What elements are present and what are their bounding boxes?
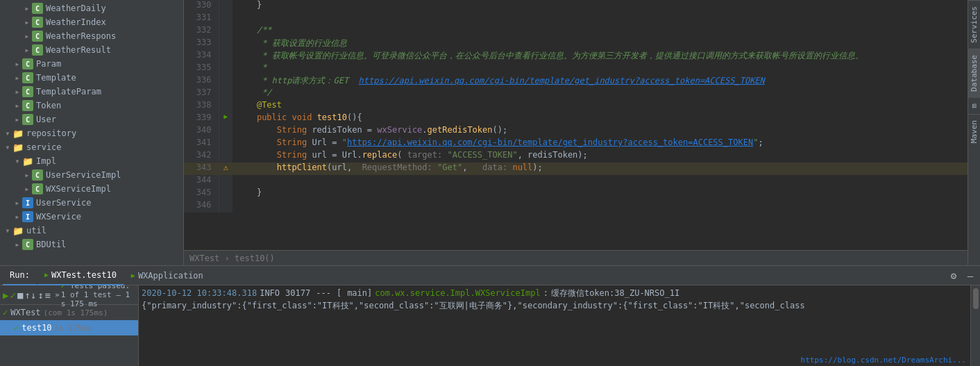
- interface-icon: I: [22, 197, 33, 208]
- line-gutter: [219, 125, 233, 138]
- code-line-339: 339 ▶ public void test10(){: [184, 113, 968, 125]
- tree-item-repository[interactable]: 📁 repository: [0, 126, 183, 140]
- line-gutter: [219, 63, 233, 75]
- bottom-link[interactable]: https://blog.csdn.net/DreamsArchi...: [801, 356, 966, 365]
- tab-wxapplication[interactable]: ▶ WXApplication: [124, 266, 211, 285]
- log-content[interactable]: 2020-10-12 10:33:48.318 INFO 30177 --- […: [139, 285, 970, 353]
- code-line-344: 344: [184, 175, 968, 188]
- file-tree-sidebar: C WeatherDaily C WeatherIndex C WeatherR…: [0, 0, 184, 265]
- tree-label: UserServiceImpl: [46, 170, 121, 180]
- test10-label: test10: [22, 323, 51, 333]
- expand-button[interactable]: »: [55, 290, 60, 299]
- tab-wxtest[interactable]: ▶ WXTest.test10: [37, 266, 124, 285]
- stop-button[interactable]: ■: [17, 288, 23, 302]
- tree-item-user-service[interactable]: I UserService: [0, 196, 183, 210]
- collapse-button[interactable]: ≡: [45, 288, 51, 302]
- class-icon: C: [22, 72, 33, 83]
- line-content: [233, 200, 968, 213]
- tree-item-bd-util[interactable]: C BDUtil: [0, 238, 183, 251]
- log-sep: ---: [316, 288, 331, 298]
- tree-arrow: [3, 226, 12, 235]
- right-tab-m[interactable]: m: [968, 97, 980, 114]
- tree-item-weather-result[interactable]: C WeatherResult: [0, 43, 183, 57]
- check-icon2: ✓: [14, 323, 19, 333]
- log-classname: com.wx.service.Impl.WXServiceImpl: [375, 288, 540, 298]
- tree-arrow: [22, 31, 32, 41]
- log-level: INFO: [260, 288, 280, 298]
- tree-item-template-param[interactable]: C TemplateParam: [0, 85, 183, 99]
- tree-item-wx-service[interactable]: I WXService: [0, 210, 183, 224]
- log-line-2: {"primary_industry":{"first_class":"IT科技…: [142, 299, 968, 312]
- line-number: 331: [184, 13, 219, 25]
- tree-item-user[interactable]: C User: [0, 113, 183, 126]
- log-message: 缓存微信token:38_ZU-NRSO_1I: [551, 288, 679, 299]
- check-icon: ✓: [3, 308, 8, 317]
- line-content: [233, 175, 968, 188]
- tree-label: WeatherDaily: [46, 3, 106, 13]
- tree-item-impl[interactable]: 📁 Impl: [0, 154, 183, 168]
- test-result-text: Tests passed: 1 of 1 test – 1 s 175 ms: [61, 285, 130, 308]
- right-tab-services[interactable]: Services: [968, 0, 980, 49]
- code-line-331: 331: [184, 13, 968, 25]
- editor-breadcrumb: WXTest › test10(): [184, 250, 968, 265]
- log-bracket: [: [337, 288, 341, 298]
- tree-arrow: [22, 184, 32, 194]
- tree-item-template[interactable]: C Template: [0, 71, 183, 85]
- code-line-341: 341 String Url = "https://api.weixin.qq.…: [184, 138, 968, 150]
- line-gutter: [219, 25, 233, 38]
- tree-label: User: [36, 115, 56, 124]
- code-line-333: 333 * 获取设置的行业信息: [184, 38, 968, 50]
- log-pid: 30177: [285, 288, 310, 298]
- log-thread: main]: [347, 288, 372, 298]
- tree-label: Param: [36, 59, 61, 69]
- tree-arrow: [12, 87, 22, 97]
- tree-arrow: [12, 115, 22, 124]
- run-item-test10[interactable]: ✓ test10 1s 175ms: [0, 320, 138, 335]
- run-button[interactable]: ▶: [3, 288, 8, 302]
- check-button[interactable]: ✓: [10, 288, 15, 302]
- folder-icon: 📁: [12, 226, 24, 236]
- line-gutter: ▶: [219, 113, 233, 125]
- folder-icon: 📁: [12, 128, 24, 139]
- line-gutter: [219, 50, 233, 63]
- code-line-342: 342 String url = Url.replace( target: "A…: [184, 150, 968, 163]
- tree-item-user-service-impl[interactable]: C UserServiceImpl: [0, 168, 183, 182]
- class-icon: C: [22, 239, 33, 250]
- right-scrollbar: [970, 285, 980, 366]
- line-number: 343: [184, 163, 219, 175]
- tree-item-param[interactable]: C Param: [0, 57, 183, 71]
- line-content: String redisToken = wxService.getRedisTo…: [233, 125, 968, 138]
- right-tab-maven[interactable]: Maven: [968, 114, 980, 149]
- scroll-thumb[interactable]: [973, 288, 979, 309]
- line-number: 344: [184, 175, 219, 188]
- line-gutter: [219, 138, 233, 150]
- tab-run[interactable]: Run:: [3, 266, 37, 285]
- class-icon: C: [22, 114, 33, 125]
- log-timestamp: 2020-10-12 10:33:48.318: [142, 288, 257, 298]
- line-gutter: ⚠: [219, 163, 233, 175]
- tree-item-service[interactable]: 📁 service: [0, 140, 183, 154]
- close-panel-button[interactable]: —: [963, 269, 977, 283]
- sort-desc-button[interactable]: ↕: [37, 288, 43, 302]
- line-content: String url = Url.replace( target: "ACCES…: [233, 150, 968, 163]
- line-gutter: [219, 75, 233, 88]
- tree-label: service: [26, 142, 62, 152]
- right-panel: Services Database m Maven: [968, 0, 980, 265]
- tree-item-weather-response[interactable]: C WeatherRespons: [0, 29, 183, 43]
- settings-button[interactable]: ⚙: [947, 269, 961, 283]
- sort-asc-button[interactable]: ↑↓: [24, 288, 36, 302]
- tree-item-util[interactable]: 📁 util: [0, 224, 183, 238]
- tree-item-weather-daily[interactable]: C WeatherDaily: [0, 1, 183, 15]
- line-content: httpClient(url, RequestMethod: "Get", da…: [233, 163, 968, 175]
- right-tab-database[interactable]: Database: [968, 49, 980, 97]
- line-number: 345: [184, 188, 219, 200]
- tree-item-wx-service-impl[interactable]: C WXServiceImpl: [0, 182, 183, 196]
- tree-label: WXService: [36, 212, 81, 222]
- bottom-content: ▶ ✓ ■ ↑↓ ↕ ≡ » ✓ Tests passed: 1 of 1 te…: [0, 285, 980, 366]
- code-line-338: 338 @Test: [184, 100, 968, 113]
- tree-item-weather-index[interactable]: C WeatherIndex: [0, 15, 183, 29]
- code-scroll-area[interactable]: 330 } 331 332 /**: [184, 0, 968, 250]
- log-colon: :: [543, 288, 548, 298]
- interface-icon: I: [22, 211, 33, 222]
- tree-item-token[interactable]: C Token: [0, 99, 183, 113]
